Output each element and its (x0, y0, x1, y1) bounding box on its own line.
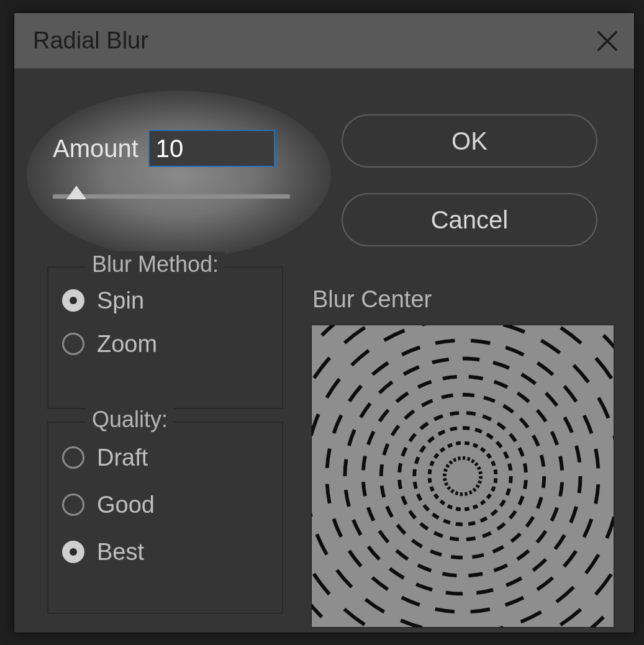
radial-blur-dialog: Radial Blur Amount OK Cancel Blur Method… (14, 12, 635, 633)
slider-track (53, 194, 290, 199)
dialog-title: Radial Blur (33, 27, 148, 54)
radio-label: Good (97, 492, 155, 518)
quality-group: Quality: Draft Good Best (47, 422, 283, 614)
highlight-glow (27, 91, 331, 258)
radio-best[interactable]: Best (62, 528, 268, 575)
cancel-button-label: Cancel (431, 206, 509, 234)
radio-good[interactable]: Good (62, 481, 268, 528)
radio-label: Draft (97, 444, 148, 471)
close-button[interactable] (596, 29, 619, 53)
blur-method-group: Blur Method: Spin Zoom (47, 266, 283, 409)
cancel-button[interactable]: Cancel (342, 193, 597, 246)
blur-method-legend: Blur Method: (86, 251, 225, 277)
ok-button[interactable]: OK (342, 114, 597, 168)
radio-icon (62, 446, 84, 469)
amount-input[interactable] (148, 130, 275, 167)
amount-slider[interactable] (53, 187, 290, 204)
blur-center-label: Blur Center (312, 286, 432, 313)
radio-icon (62, 541, 84, 563)
amount-row: Amount (53, 130, 275, 167)
radio-icon (62, 289, 84, 312)
titlebar: Radial Blur (14, 13, 634, 69)
radio-label: Best (97, 539, 144, 566)
radio-spin[interactable]: Spin (62, 279, 268, 322)
blur-center-preview[interactable] (311, 325, 614, 628)
radio-zoom[interactable]: Zoom (62, 322, 268, 366)
radio-label: Spin (97, 287, 144, 314)
quality-legend: Quality: (86, 407, 174, 433)
spin-preview-icon (312, 325, 614, 627)
amount-label: Amount (53, 135, 138, 163)
dialog-body: Amount OK Cancel Blur Method: Spin Zoom (14, 69, 634, 633)
slider-thumb[interactable] (66, 186, 86, 199)
radio-label: Zoom (97, 331, 157, 358)
radio-icon (62, 494, 84, 516)
radio-icon (62, 333, 84, 355)
ok-button-label: OK (451, 127, 488, 155)
close-icon (596, 29, 619, 53)
radio-draft[interactable]: Draft (62, 434, 268, 481)
